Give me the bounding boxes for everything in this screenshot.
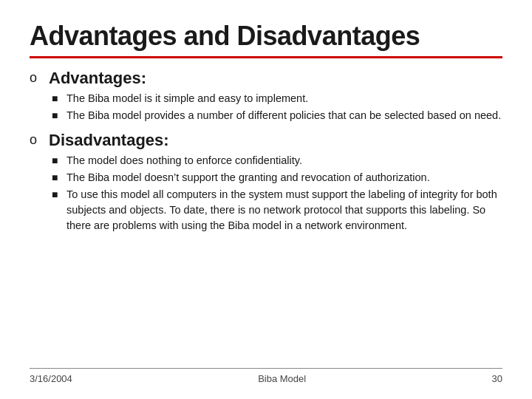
slide-footer: 3/16/2004 Biba Model 30 bbox=[30, 368, 502, 384]
content-area: o Advantages: ■ The Biba model is it sim… bbox=[30, 69, 502, 362]
list-item: ■ The model does nothing to enforce conf… bbox=[52, 153, 502, 168]
advantages-section: o Advantages: ■ The Biba model is it sim… bbox=[30, 69, 502, 123]
slide-title: Advantages and Disadvantages bbox=[30, 21, 502, 52]
footer-date: 3/16/2004 bbox=[30, 373, 72, 384]
advantages-item-1: The Biba model is it simple and easy to … bbox=[66, 91, 308, 106]
title-underline bbox=[30, 56, 502, 58]
inner-bullet-5: ■ bbox=[52, 188, 62, 200]
slide: Advantages and Disadvantages o Advantage… bbox=[0, 0, 532, 399]
advantages-title: Advantages: bbox=[49, 69, 502, 88]
list-item: ■ The Biba model provides a number of di… bbox=[52, 108, 502, 123]
footer-page: 30 bbox=[492, 373, 502, 384]
disadvantages-bullet: o bbox=[30, 132, 43, 148]
disadvantages-item-2: The Biba model doesn’t support the grant… bbox=[66, 170, 430, 185]
advantages-items: ■ The Biba model is it simple and easy t… bbox=[49, 91, 502, 123]
advantages-body: Advantages: ■ The Biba model is it simpl… bbox=[49, 69, 502, 123]
list-item: ■ To use this model all computers in the… bbox=[52, 187, 502, 233]
disadvantages-title: Disadvantages: bbox=[49, 131, 502, 150]
inner-bullet-1: ■ bbox=[52, 92, 62, 104]
disadvantages-items: ■ The model does nothing to enforce conf… bbox=[49, 153, 502, 233]
disadvantages-item-1: The model does nothing to enforce confid… bbox=[66, 153, 302, 168]
disadvantages-item-3: To use this model all computers in the s… bbox=[66, 187, 502, 233]
list-item: ■ The Biba model doesn’t support the gra… bbox=[52, 170, 502, 185]
inner-bullet-3: ■ bbox=[52, 154, 62, 166]
list-item: ■ The Biba model is it simple and easy t… bbox=[52, 91, 502, 106]
disadvantages-body: Disadvantages: ■ The model does nothing … bbox=[49, 131, 502, 233]
disadvantages-section: o Disadvantages: ■ The model does nothin… bbox=[30, 131, 502, 233]
inner-bullet-2: ■ bbox=[52, 109, 62, 121]
inner-bullet-4: ■ bbox=[52, 171, 62, 183]
footer-center: Biba Model bbox=[258, 373, 306, 384]
advantages-bullet: o bbox=[30, 70, 43, 86]
advantages-item-2: The Biba model provides a number of diff… bbox=[66, 108, 501, 123]
